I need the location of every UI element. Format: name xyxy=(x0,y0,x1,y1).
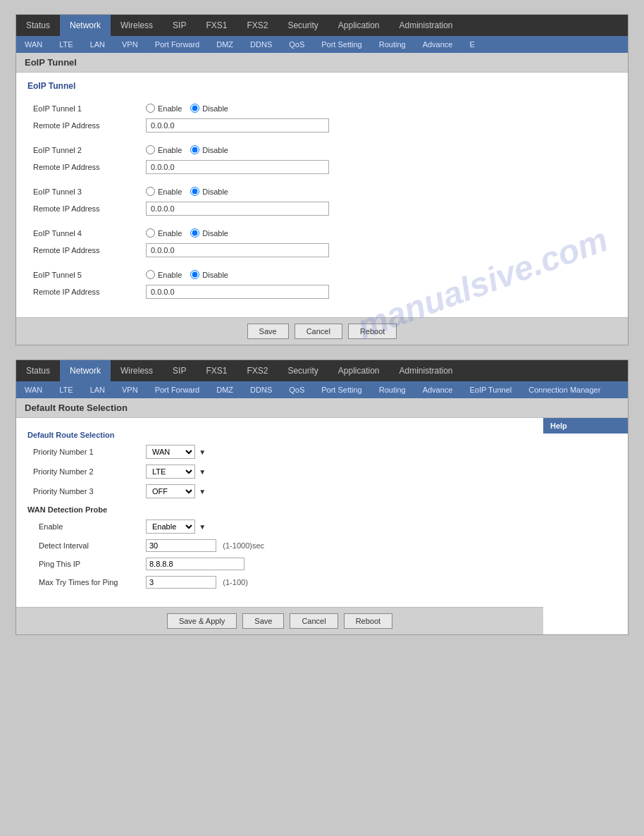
tunnel-1-disable-option[interactable]: Disable xyxy=(190,104,228,113)
subnav-ddns-1[interactable]: DDNS xyxy=(242,36,280,53)
subnav-ddns-2[interactable]: DDNS xyxy=(242,381,280,398)
subnav-routing-1[interactable]: Routing xyxy=(371,36,414,53)
tunnel-5-disable-option[interactable]: Disable xyxy=(190,270,228,279)
tunnel-4-ip-input[interactable] xyxy=(146,243,329,257)
tunnel-2-enable-radio[interactable] xyxy=(146,145,155,154)
tunnel-5-enable-radio[interactable] xyxy=(146,270,155,279)
subnav-dmz-2[interactable]: DMZ xyxy=(208,381,242,398)
subnav-vpn-2[interactable]: VPN xyxy=(113,381,147,398)
max-try-hint: (1-100) xyxy=(223,578,247,586)
tunnel-1-enable-option[interactable]: Enable xyxy=(146,104,182,113)
subnav-portsetting-2[interactable]: Port Setting xyxy=(313,381,370,398)
subnav-wan-1[interactable]: WAN xyxy=(16,36,51,53)
subnav-eoiptunnel-2[interactable]: EoIP Tunnel xyxy=(461,381,520,398)
priority-1-select[interactable]: WAN LTE OFF xyxy=(146,445,195,459)
tunnel-3-disable-option[interactable]: Disable xyxy=(190,187,228,196)
nav-fxs1-2[interactable]: FXS1 xyxy=(196,360,237,381)
tunnel-2-ip-label: Remote IP Address xyxy=(27,157,140,177)
tunnel-1-enable-radio[interactable] xyxy=(146,104,155,113)
cancel-button-1[interactable]: Cancel xyxy=(295,324,342,339)
tunnel-3-enable-option[interactable]: Enable xyxy=(146,187,182,196)
subnav-lte-1[interactable]: LTE xyxy=(51,36,81,53)
tunnel-5-ip-input[interactable] xyxy=(146,285,329,299)
nav-wireless-2[interactable]: Wireless xyxy=(111,360,163,381)
subnav-lan-2[interactable]: LAN xyxy=(82,381,113,398)
subnav-connectionmanager-2[interactable]: Connection Manager xyxy=(520,381,609,398)
tunnel-4-enable-option[interactable]: Enable xyxy=(146,228,182,238)
ping-ip-input[interactable] xyxy=(146,558,244,570)
subnav-advance-2[interactable]: Advance xyxy=(414,381,462,398)
nav-wireless-1[interactable]: Wireless xyxy=(111,15,163,36)
subnav-qos-1[interactable]: QoS xyxy=(280,36,313,53)
detect-interval-label: Detect Interval xyxy=(27,536,140,555)
nav-fxs1-1[interactable]: FXS1 xyxy=(196,15,237,36)
detect-interval-cell: (1-1000)sec xyxy=(140,536,532,555)
panel-main-2: Default Route Selection Priority Number … xyxy=(16,418,543,634)
content-area-1: EoIP Tunnel EoIP Tunnel 1 Enable xyxy=(16,73,628,310)
tunnel-2-disable-option[interactable]: Disable xyxy=(190,145,228,154)
subnav-vpn-1[interactable]: VPN xyxy=(113,36,147,53)
table-row: Enable Enable Disable ▼ xyxy=(27,517,532,536)
nav-application-2[interactable]: Application xyxy=(328,360,390,381)
sub-nav-2: WAN LTE LAN VPN Port Forward DMZ DDNS Qo… xyxy=(16,381,628,398)
priority-2-label: Priority Number 2 xyxy=(27,462,140,481)
nav-status-1[interactable]: Status xyxy=(16,15,60,36)
tunnel-3-disable-radio[interactable] xyxy=(190,187,199,196)
subnav-advance-1[interactable]: Advance xyxy=(414,36,462,53)
tunnel-1-ip-input[interactable] xyxy=(146,118,329,133)
nav-security-1[interactable]: Security xyxy=(278,15,328,36)
enable-label: Enable xyxy=(27,517,140,536)
nav-application-1[interactable]: Application xyxy=(328,15,390,36)
cancel-button-2[interactable]: Cancel xyxy=(290,613,338,629)
tunnel-4-enable-radio[interactable] xyxy=(146,228,155,238)
nav-status-2[interactable]: Status xyxy=(16,360,60,381)
tunnel-2-disable-radio[interactable] xyxy=(190,145,199,154)
nav-fxs2-2[interactable]: FXS2 xyxy=(237,360,278,381)
tunnel-4-disable-radio[interactable] xyxy=(190,228,199,238)
nav-security-2[interactable]: Security xyxy=(278,360,328,381)
tunnel-5-enable-option[interactable]: Enable xyxy=(146,270,182,279)
subnav-portsetting-1[interactable]: Port Setting xyxy=(313,36,370,53)
subnav-lte-2[interactable]: LTE xyxy=(51,381,81,398)
nav-network-2[interactable]: Network xyxy=(60,360,111,381)
subnav-dmz-1[interactable]: DMZ xyxy=(208,36,242,53)
reboot-button-2[interactable]: Reboot xyxy=(344,613,392,629)
detect-interval-hint: (1-1000)sec xyxy=(223,541,264,550)
subnav-wan-2[interactable]: WAN xyxy=(16,381,51,398)
nav-fxs2-1[interactable]: FXS2 xyxy=(237,15,278,36)
tunnel-3-ip-input[interactable] xyxy=(146,202,329,216)
detect-interval-input[interactable] xyxy=(146,539,216,552)
subnav-qos-2[interactable]: QoS xyxy=(280,381,313,398)
save-button-1[interactable]: Save xyxy=(247,324,289,339)
nav-network-1[interactable]: Network xyxy=(60,15,111,36)
tunnel-3-enable-radio[interactable] xyxy=(146,187,155,196)
tunnel-1-disable-radio[interactable] xyxy=(190,104,199,113)
nav-sip-2[interactable]: SIP xyxy=(163,360,196,381)
tunnel-3-label: EoIP Tunnel 3 xyxy=(27,184,140,199)
subnav-routing-2[interactable]: Routing xyxy=(371,381,414,398)
nav-administration-2[interactable]: Administration xyxy=(390,360,463,381)
tunnel-2-ip-cell xyxy=(140,157,617,177)
help-header: Help xyxy=(543,418,628,434)
priority-3-select[interactable]: WAN LTE OFF xyxy=(146,484,195,498)
save-apply-button[interactable]: Save & Apply xyxy=(167,613,237,629)
subnav-e-1[interactable]: E xyxy=(461,36,483,53)
top-nav-1: Status Network Wireless SIP FXS1 FXS2 Se… xyxy=(16,15,628,36)
nav-administration-1[interactable]: Administration xyxy=(390,15,463,36)
subnav-portforward-1[interactable]: Port Forward xyxy=(147,36,209,53)
subnav-lan-1[interactable]: LAN xyxy=(82,36,113,53)
subnav-portforward-2[interactable]: Port Forward xyxy=(147,381,209,398)
enable-select[interactable]: Enable Disable xyxy=(146,520,195,534)
priority-1-label: Priority Number 1 xyxy=(27,442,140,462)
max-try-input[interactable] xyxy=(146,576,216,589)
reboot-button-1[interactable]: Reboot xyxy=(348,324,397,339)
table-row: EoIP Tunnel 2 Enable Disable xyxy=(27,142,617,157)
tunnel-5-disable-radio[interactable] xyxy=(190,270,199,279)
tunnel-4-disable-option[interactable]: Disable xyxy=(190,228,228,238)
priority-2-select[interactable]: WAN LTE OFF xyxy=(146,465,195,479)
tunnel-2-enable-option[interactable]: Enable xyxy=(146,145,182,154)
nav-sip-1[interactable]: SIP xyxy=(163,15,196,36)
help-panel: Help xyxy=(543,418,628,634)
save-button-2[interactable]: Save xyxy=(242,613,284,629)
tunnel-2-ip-input[interactable] xyxy=(146,160,329,174)
